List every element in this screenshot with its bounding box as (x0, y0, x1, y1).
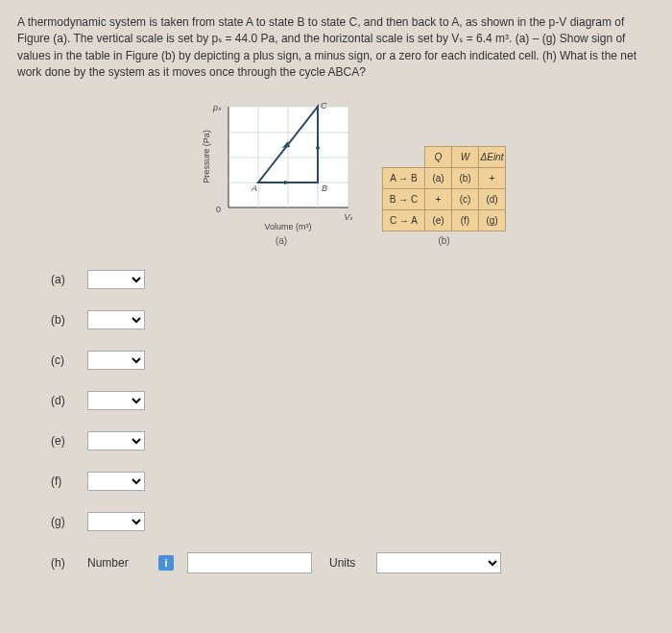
answer-select-g[interactable] (87, 512, 145, 531)
svg-text:Volume (m³): Volume (m³) (264, 222, 311, 231)
answer-label-e: (e) (51, 434, 74, 448)
answer-select-d[interactable] (87, 391, 145, 410)
figure-a-label: (a) (276, 235, 287, 246)
table-row: A → B (a) (b) + (383, 167, 506, 188)
answer-select-b[interactable] (87, 310, 145, 329)
info-icon[interactable]: i (158, 555, 174, 571)
units-label: Units (329, 556, 355, 570)
answer-label-g: (g) (51, 515, 74, 528)
answer-label-f: (f) (51, 475, 74, 488)
answer-label-d: (d) (51, 394, 74, 407)
svg-text:Pressure (Pa): Pressure (Pa) (202, 130, 211, 183)
answers-section: (a) (b) (c) (d) (e) (f) (g) (h) Number i… (51, 270, 655, 573)
answer-select-a[interactable] (87, 270, 145, 289)
col-W: W (452, 146, 479, 167)
answer-label-c: (c) (51, 353, 74, 367)
svg-text:C: C (321, 101, 327, 110)
svg-text:Vₛ: Vₛ (344, 212, 353, 222)
figure-b: Q W ΔEint A → B (a) (b) + B → C + (c) (d… (382, 146, 506, 246)
col-Q: Q (425, 146, 452, 167)
problem-statement: A thermodynamic system is taken from sta… (17, 14, 655, 82)
units-select-h[interactable] (376, 552, 501, 573)
svg-text:0: 0 (216, 205, 221, 214)
col-dE: ΔEint (479, 146, 506, 167)
answer-label-a: (a) (51, 273, 74, 286)
svg-rect-0 (228, 107, 348, 207)
answer-select-c[interactable] (87, 351, 145, 370)
svg-text:A: A (251, 183, 257, 193)
answer-select-e[interactable] (87, 431, 145, 450)
answer-label-b: (b) (51, 313, 74, 327)
figures-container: A B C pₛ 0 Vₛ Pressure (Pa) Volume (m³) … (200, 99, 655, 246)
pv-diagram: A B C pₛ 0 Vₛ Pressure (Pa) Volume (m³) (200, 99, 363, 233)
answer-label-h: (h) (51, 556, 74, 570)
table-row: C → A (e) (f) (g) (383, 209, 506, 231)
svg-text:pₛ: pₛ (212, 103, 222, 112)
number-input-h[interactable] (187, 552, 312, 573)
svg-text:B: B (322, 183, 327, 193)
sign-table: Q W ΔEint A → B (a) (b) + B → C + (c) (d… (382, 146, 506, 231)
figure-a: A B C pₛ 0 Vₛ Pressure (Pa) Volume (m³) … (200, 99, 363, 246)
number-label: Number (87, 556, 145, 570)
answer-select-f[interactable] (87, 472, 145, 491)
figure-b-label: (b) (438, 235, 449, 246)
table-row: B → C + (c) (d) (383, 188, 506, 209)
